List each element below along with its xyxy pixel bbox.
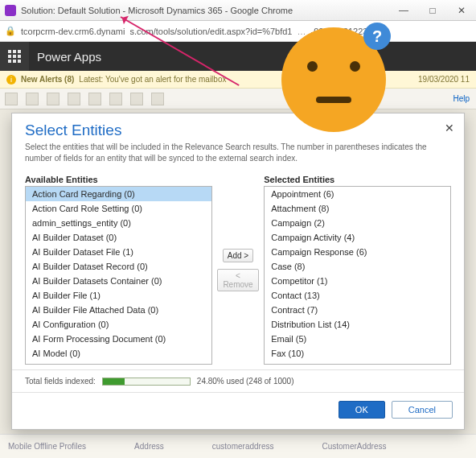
waffle-icon <box>8 50 21 63</box>
dialog-body: Available Entities Action Card Regarding… <box>12 170 464 365</box>
alert-date: 19/03/2020 11 <box>418 75 470 84</box>
svg-rect-4 <box>13 55 16 58</box>
list-item[interactable]: AI Builder Datasets Container (0) <box>26 274 211 288</box>
window-controls: — □ ✕ <box>389 0 476 21</box>
alert-title: New Alerts (8) <box>21 75 74 84</box>
list-item[interactable]: Goal (19) <box>265 361 450 365</box>
background-footer: Mobile Offline Profiles Address customer… <box>0 434 476 458</box>
ribbon-button[interactable] <box>47 93 60 105</box>
list-item[interactable]: Action Card Regarding (0) <box>26 187 211 201</box>
emoji-question-badge: ? <box>363 23 391 50</box>
ribbon-toolbar: Help <box>0 89 476 109</box>
transfer-buttons: Add > < Remove <box>217 175 259 365</box>
help-link[interactable]: Help <box>453 94 470 103</box>
app-launcher-button[interactable] <box>0 42 29 71</box>
svg-rect-1 <box>13 50 16 53</box>
list-item[interactable]: AI Builder Dataset Record (0) <box>26 259 211 274</box>
available-label: Available Entities <box>25 175 212 184</box>
ribbon-button[interactable] <box>26 93 39 105</box>
dialog-header: Select Entities Select the entities that… <box>12 113 464 170</box>
list-item[interactable]: AI Model (0) <box>26 346 211 361</box>
select-entities-dialog: ✕ Select Entities Select the entities th… <box>11 113 465 430</box>
emoji-mouth-icon <box>316 97 351 103</box>
remove-button[interactable]: < Remove <box>217 269 259 291</box>
list-item[interactable]: Attachment (8) <box>265 201 450 216</box>
window-title: Solution: Default Solution - Microsoft D… <box>21 6 389 15</box>
annotation-emoji: ? <box>281 27 386 132</box>
list-item[interactable]: AI Form Processing Document (0) <box>26 332 211 346</box>
window-titlebar: Solution: Default Solution - Microsoft D… <box>0 0 476 21</box>
ribbon-button[interactable] <box>68 93 80 105</box>
list-item[interactable]: Appointment (6) <box>265 187 450 201</box>
ribbon-button[interactable] <box>151 93 164 105</box>
svg-rect-2 <box>18 50 21 53</box>
alert-text: Latest: You've got an alert for the mail… <box>79 75 226 84</box>
close-window-button[interactable]: ✕ <box>447 0 476 21</box>
emoji-eye-icon <box>350 61 360 72</box>
dialog-title: Select Entities <box>25 122 451 139</box>
list-item[interactable]: admin_settings_entity (0) <box>26 216 211 230</box>
list-item[interactable]: AI Object Detection Bounding Box (0) <box>26 361 211 365</box>
ribbon-button[interactable] <box>5 93 18 105</box>
dialog-description: Select the entities that will be include… <box>25 142 451 163</box>
url-fragment-2: s.com/tools/solution/edit.aspx?id=%7bfd1 <box>129 27 292 36</box>
svg-rect-0 <box>8 50 11 53</box>
lock-icon: 🔒 <box>5 26 16 36</box>
svg-rect-5 <box>18 55 21 58</box>
ribbon-button[interactable] <box>109 93 122 105</box>
bg-cell: CustomerAddress <box>322 442 386 451</box>
svg-rect-3 <box>8 55 11 58</box>
selected-column: Selected Entities Appointment (6)Attachm… <box>264 175 451 365</box>
window-favicon <box>5 5 16 16</box>
list-item[interactable]: Action Card Role Setting (0) <box>26 201 211 216</box>
list-item[interactable]: Fax (10) <box>265 346 450 361</box>
list-item[interactable]: Contract (7) <box>265 303 450 317</box>
list-item[interactable]: Case (8) <box>265 259 450 274</box>
list-item[interactable]: AI Builder File Attached Data (0) <box>26 303 211 317</box>
list-item[interactable]: Contact (13) <box>265 288 450 303</box>
status-value: 24.80% used (248 of 1000) <box>197 377 294 386</box>
selected-label: Selected Entities <box>264 175 451 184</box>
svg-rect-8 <box>18 60 21 63</box>
minimize-button[interactable]: — <box>389 0 418 21</box>
list-item[interactable]: AI Builder Dataset File (1) <box>26 245 211 259</box>
bg-link: Mobile Offline Profiles <box>8 442 86 451</box>
svg-rect-7 <box>13 60 16 63</box>
list-item[interactable]: Campaign Response (6) <box>265 245 450 259</box>
url-fragment-1: tcorpcrm-dev.crm6.dynami <box>21 27 125 36</box>
list-item[interactable]: AI Configuration (0) <box>26 317 211 332</box>
list-item[interactable]: AI Builder Dataset (0) <box>26 230 211 245</box>
selected-listbox[interactable]: Appointment (6)Attachment (8)Campaign (2… <box>264 186 451 365</box>
ok-button[interactable]: OK <box>339 401 385 419</box>
dialog-close-button[interactable]: ✕ <box>445 122 454 134</box>
add-button[interactable]: Add > <box>223 249 253 262</box>
svg-rect-6 <box>8 60 11 63</box>
ribbon-button[interactable] <box>130 93 143 105</box>
address-bar[interactable]: 🔒 tcorpcrm-dev.crm6.dynami s.com/tools/s… <box>0 21 476 42</box>
cancel-button[interactable]: Cancel <box>392 401 453 419</box>
bg-cell: customeraddress <box>212 442 274 451</box>
list-item[interactable]: Competitor (1) <box>265 274 450 288</box>
available-listbox[interactable]: Action Card Regarding (0)Action Card Rol… <box>25 186 212 365</box>
maximize-button[interactable]: □ <box>418 0 447 21</box>
app-brand: Power Apps <box>29 50 101 64</box>
list-item[interactable]: Campaign (2) <box>265 216 450 230</box>
list-item[interactable]: Distribution List (14) <box>265 317 450 332</box>
dialog-actions: OK Cancel <box>12 393 464 427</box>
progress-bar <box>102 378 191 386</box>
list-item[interactable]: Campaign Activity (4) <box>265 230 450 245</box>
app-header: Power Apps <box>0 42 476 71</box>
dialog-status: Total fields indexed: 24.80% used (248 o… <box>12 369 464 393</box>
bg-cell: Address <box>134 442 164 451</box>
alert-icon: i <box>6 75 16 85</box>
list-item[interactable]: Email (5) <box>265 332 450 346</box>
list-item[interactable]: AI Builder File (1) <box>26 288 211 303</box>
ribbon-button[interactable] <box>88 93 101 105</box>
available-column: Available Entities Action Card Regarding… <box>25 175 212 365</box>
emoji-eye-icon <box>307 61 318 72</box>
progress-fill <box>103 378 125 385</box>
status-label: Total fields indexed: <box>25 377 96 386</box>
